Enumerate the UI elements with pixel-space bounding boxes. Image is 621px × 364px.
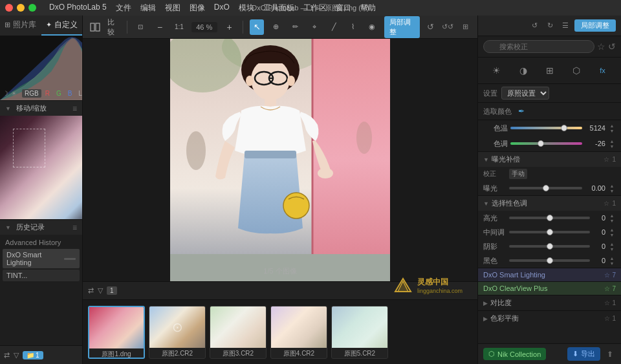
menu-dxo[interactable]: DxO	[214, 3, 230, 14]
contrast-star[interactable]: ☆	[604, 299, 610, 306]
star-icon[interactable]: ☆	[597, 41, 605, 52]
color-tint-up[interactable]: ▲	[608, 138, 616, 144]
tonal-down-3[interactable]: ▼	[608, 261, 616, 266]
close-button[interactable]	[5, 4, 13, 12]
export-button[interactable]: ⬇ 导出	[567, 347, 600, 361]
color-temp-track[interactable]	[510, 127, 582, 129]
zoom-out-button[interactable]: −	[153, 19, 167, 35]
tonal-track-3[interactable]	[509, 259, 590, 262]
undo-icon[interactable]: ↺	[528, 19, 541, 32]
redo-icon[interactable]: ↻	[543, 19, 556, 32]
horizon-tool[interactable]: ⌇	[346, 19, 360, 35]
fx-tool-btn[interactable]: fx	[594, 61, 612, 80]
local-tool[interactable]: ⌖	[307, 19, 321, 35]
feature-row-1[interactable]: DxO ClearView Plus ☆ 7	[478, 281, 621, 295]
tab-library[interactable]: ⊞ 照片库	[0, 16, 41, 36]
crop-tool[interactable]: ⊕	[269, 19, 283, 35]
tonal-down-1[interactable]: ▼	[608, 232, 616, 237]
navigator-collapse-arrow[interactable]: ▼	[5, 105, 11, 112]
colorbal-star[interactable]: ☆	[604, 315, 610, 322]
retouch-tool[interactable]: ✏	[289, 19, 303, 35]
channel-b[interactable]: B	[65, 89, 75, 98]
color-temp-thumb[interactable]	[561, 125, 567, 131]
presets-icon[interactable]: ☰	[559, 19, 572, 32]
tab-customize[interactable]: ✦ 自定义	[41, 16, 83, 36]
channel-r[interactable]: R	[43, 89, 52, 98]
menu-view[interactable]: 视图	[165, 3, 180, 14]
compare-button[interactable]	[88, 19, 102, 35]
filmstrip-item-4[interactable]: 原图5.CR2	[331, 306, 388, 359]
exposure-number[interactable]: 1	[612, 156, 616, 163]
navigator-header[interactable]: ▼ 移动/缩放 ≡	[0, 101, 82, 116]
history-menu-icon[interactable]: ≡	[72, 223, 77, 232]
tonal-thumb-3[interactable]	[547, 257, 553, 264]
reset-button[interactable]: ↺↺	[441, 19, 455, 35]
exposure-collapse[interactable]: ▼	[483, 156, 489, 163]
channel-g[interactable]: G	[54, 89, 64, 98]
exposure-mode-value[interactable]: 手动	[509, 169, 527, 179]
history-header[interactable]: ▼ 历史记录 ≡	[0, 220, 82, 235]
filmstrip-item-0[interactable]: 原图1.dng	[88, 306, 145, 359]
folder-item[interactable]: 📁 1	[23, 351, 43, 359]
search-input[interactable]	[483, 40, 594, 53]
tonal-thumb-1[interactable]	[547, 229, 553, 235]
menu-image[interactable]: 图像	[190, 3, 205, 14]
filmstrip-left-arrow[interactable]: ⇄	[88, 286, 94, 295]
tonal-up-2[interactable]: ▲	[608, 241, 616, 246]
filmstrip-filter-icon[interactable]: ▽	[98, 286, 103, 295]
filmstrip-item-2[interactable]: 原图3.CR2	[210, 306, 267, 359]
feature-row-0[interactable]: DxO Smart Lighting ☆ 7	[478, 268, 621, 281]
left-tool-filter[interactable]: ▽	[14, 351, 19, 359]
filmstrip-item-1[interactable]: ⊙ 原图2.CR2	[149, 306, 206, 359]
exposure-track[interactable]	[509, 187, 582, 189]
zoom-11-button[interactable]: 1:1	[172, 19, 186, 35]
geometry-tool-btn[interactable]: ⬡	[567, 61, 585, 80]
history-item-1[interactable]: TINT...	[3, 270, 80, 281]
contrast-collapse[interactable]: ▶	[483, 300, 488, 306]
channel-rgb[interactable]: RGB	[22, 89, 41, 98]
history-collapse-arrow[interactable]: ▼	[5, 224, 11, 231]
reset-all-icon[interactable]: ↺	[608, 41, 616, 52]
tonal-down-2[interactable]: ▼	[608, 246, 616, 252]
colorbal-collapse[interactable]: ▶	[483, 316, 488, 322]
minimize-button[interactable]	[17, 4, 25, 12]
light-tool-btn[interactable]: ☀	[488, 61, 506, 80]
color-balance-row[interactable]: ▶ 色彩平衡 ☆ 1	[478, 310, 621, 326]
exposure-up[interactable]: ▲	[608, 183, 616, 188]
nik-collection-button[interactable]: ⬡ Nik Collection	[483, 348, 546, 360]
tonal-number[interactable]: 1	[612, 200, 616, 207]
color-tint-thumb[interactable]	[538, 140, 544, 147]
maximize-button[interactable]	[28, 4, 36, 12]
tonal-up-3[interactable]: ▲	[608, 255, 616, 261]
settings-select[interactable]: 原照设置	[501, 87, 549, 100]
color-tint-down[interactable]: ▼	[608, 144, 616, 149]
navigator-menu-icon[interactable]: ≡	[72, 104, 77, 113]
measure-tool[interactable]: ╱	[327, 19, 341, 35]
feature-num-1[interactable]: 7	[612, 285, 616, 292]
colorbal-num[interactable]: 1	[612, 315, 616, 322]
detail-tool-btn[interactable]: ⊞	[541, 61, 559, 80]
color-temp-down[interactable]: ▼	[608, 128, 616, 133]
menu-file[interactable]: 文件	[116, 3, 131, 14]
zoom-in-button[interactable]: +	[223, 19, 237, 35]
cursor-tool[interactable]: ↖	[250, 19, 264, 35]
exposure-section-header[interactable]: ▼ 曝光补偿 ☆ 1	[478, 151, 621, 167]
tonal-star[interactable]: ☆	[604, 200, 609, 207]
tonal-track-0[interactable]	[509, 217, 590, 219]
share-button[interactable]: ⬆	[604, 348, 616, 360]
exposure-star[interactable]: ☆	[604, 156, 609, 163]
contrast-row[interactable]: ▶ 对比度 ☆ 1	[478, 295, 621, 310]
exposure-thumb[interactable]	[543, 185, 549, 191]
tonal-thumb-2[interactable]	[547, 243, 553, 250]
tonal-up-1[interactable]: ▲	[608, 227, 616, 232]
feature-star-0[interactable]: ☆	[604, 272, 610, 279]
feature-star-1[interactable]: ☆	[604, 285, 610, 292]
color-temp-up[interactable]: ▲	[608, 123, 616, 128]
local-adjust-mode-btn[interactable]: 局部调整	[384, 16, 420, 38]
color-tool-btn[interactable]: ◑	[514, 61, 532, 80]
undo-button[interactable]: ↺	[424, 19, 437, 35]
color-tint-track[interactable]	[510, 142, 582, 145]
tonal-collapse[interactable]: ▼	[483, 200, 489, 207]
eyedropper-button[interactable]: ✒	[516, 105, 527, 117]
tonal-thumb-0[interactable]	[547, 215, 553, 221]
